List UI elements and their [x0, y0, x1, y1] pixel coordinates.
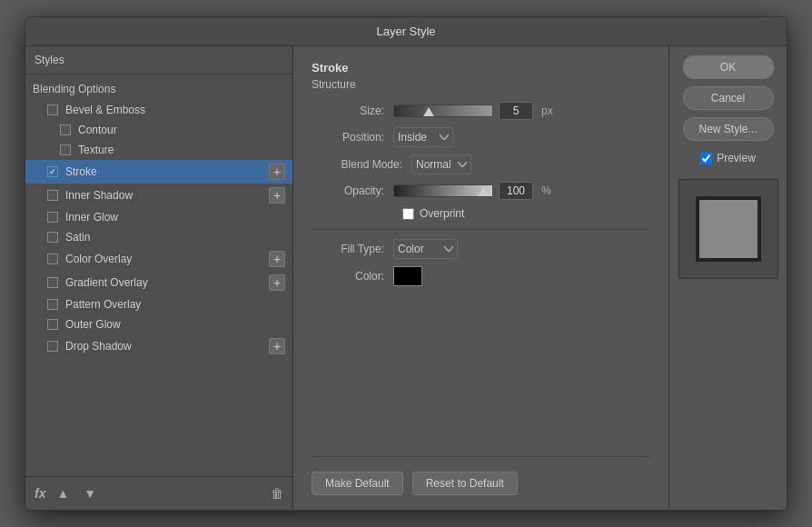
fx-label: fx	[35, 486, 45, 501]
contour-checkbox[interactable]	[60, 124, 71, 135]
overprint-checkbox[interactable]	[402, 208, 414, 220]
outer-glow-checkbox[interactable]	[47, 319, 58, 330]
preview-label: Preview	[717, 152, 756, 164]
make-default-button[interactable]: Make Default	[312, 472, 403, 495]
texture-checkbox[interactable]	[60, 144, 71, 155]
layer-list: Blending Options Bevel & Emboss Contour …	[25, 75, 292, 476]
stroke-add-button[interactable]: +	[269, 164, 285, 180]
blend-mode-select[interactable]: Normal Multiply Screen Overlay	[411, 154, 471, 174]
inner-shadow-checkbox[interactable]	[47, 190, 58, 201]
gradient-overlay-label: Gradient Overlay	[65, 276, 148, 289]
size-unit: px	[541, 104, 553, 117]
delete-button[interactable]: 🗑	[271, 486, 283, 501]
sidebar-item-stroke[interactable]: Stroke +	[25, 160, 292, 184]
size-input[interactable]	[499, 102, 533, 120]
cancel-button[interactable]: Cancel	[683, 86, 774, 110]
footer-buttons: Make Default Reset to Default	[312, 456, 650, 495]
sidebar-item-gradient-overlay[interactable]: Gradient Overlay +	[25, 271, 292, 294]
sidebar-item-drop-shadow[interactable]: Drop Shadow +	[25, 334, 292, 358]
inner-glow-label: Inner Glow	[65, 211, 118, 224]
sidebar-item-inner-shadow[interactable]: Inner Shadow +	[25, 184, 292, 207]
position-row: Position: Inside Outside Center	[312, 127, 650, 147]
bevel-emboss-checkbox[interactable]	[47, 104, 58, 115]
size-slider-thumb[interactable]	[423, 107, 434, 116]
new-style-button[interactable]: New Style...	[683, 117, 774, 141]
sidebar-item-texture[interactable]: Texture	[25, 140, 292, 160]
preview-box	[678, 179, 778, 279]
styles-header: Styles	[25, 46, 292, 75]
color-swatch[interactable]	[393, 266, 422, 286]
size-slider-container: px	[393, 102, 553, 120]
size-row: Size: px	[312, 102, 650, 120]
stroke-label: Stroke	[65, 165, 97, 178]
opacity-input[interactable]	[499, 182, 533, 200]
pattern-overlay-checkbox[interactable]	[47, 299, 58, 310]
color-label: Color:	[312, 270, 393, 283]
section-title-stroke: Stroke	[312, 61, 650, 75]
layer-style-dialog: Layer Style Styles Blending Options Beve…	[25, 16, 787, 511]
opacity-label: Opacity:	[312, 184, 393, 197]
preview-inner	[696, 196, 761, 262]
opacity-slider-thumb[interactable]	[478, 187, 489, 196]
dialog-title: Layer Style	[376, 25, 435, 38]
color-overlay-label: Color Overlay	[65, 253, 132, 265]
overprint-row: Overprint	[312, 207, 650, 220]
size-label: Size:	[312, 104, 393, 117]
dialog-body: Styles Blending Options Bevel & Emboss C…	[25, 46, 787, 510]
fill-type-row: Fill Type: Color Gradient Pattern	[312, 229, 650, 259]
drop-shadow-checkbox[interactable]	[47, 341, 58, 352]
sidebar-item-outer-glow[interactable]: Outer Glow	[25, 314, 292, 334]
opacity-row: Opacity: %	[312, 182, 650, 200]
overprint-label: Overprint	[420, 207, 464, 220]
opacity-slider-container: %	[393, 182, 551, 200]
contour-label: Contour	[78, 124, 117, 136]
inner-glow-checkbox[interactable]	[47, 212, 58, 223]
size-slider[interactable]	[393, 104, 493, 117]
drop-shadow-label: Drop Shadow	[65, 340, 132, 353]
outer-glow-label: Outer Glow	[65, 318, 121, 331]
sidebar-item-blending-options[interactable]: Blending Options	[25, 78, 292, 100]
bevel-emboss-label: Bevel & Emboss	[65, 104, 145, 116]
satin-checkbox[interactable]	[47, 232, 58, 243]
section-subtitle: Structure	[312, 78, 650, 91]
sidebar-item-color-overlay[interactable]: Color Overlay +	[25, 247, 292, 271]
preview-checkbox[interactable]	[700, 153, 712, 164]
position-select[interactable]: Inside Outside Center	[393, 127, 453, 147]
color-row: Color:	[312, 266, 650, 286]
position-label: Position:	[312, 131, 393, 144]
main-panel: Stroke Structure Size: px Position: Ins	[293, 46, 668, 510]
stroke-checkbox[interactable]	[47, 166, 58, 177]
texture-label: Texture	[78, 144, 114, 156]
fill-type-label: Fill Type:	[312, 243, 393, 255]
preview-check-row: Preview	[700, 152, 756, 164]
blend-mode-row: Blend Mode: Normal Multiply Screen Overl…	[312, 154, 650, 174]
left-panel: Styles Blending Options Bevel & Emboss C…	[25, 46, 293, 510]
pattern-overlay-label: Pattern Overlay	[65, 298, 141, 311]
sidebar-item-inner-glow[interactable]: Inner Glow	[25, 207, 292, 227]
color-overlay-add-button[interactable]: +	[269, 251, 285, 267]
title-bar: Layer Style	[25, 17, 787, 46]
blend-mode-label: Blend Mode:	[312, 158, 411, 171]
move-down-button[interactable]: ▼	[80, 484, 100, 502]
move-up-button[interactable]: ▲	[53, 484, 73, 502]
drop-shadow-add-button[interactable]: +	[269, 338, 285, 354]
color-overlay-checkbox[interactable]	[47, 254, 58, 264]
blending-options-label: Blending Options	[33, 83, 115, 95]
opacity-slider[interactable]	[393, 184, 493, 197]
fill-type-select[interactable]: Color Gradient Pattern	[393, 239, 458, 259]
gradient-overlay-add-button[interactable]: +	[269, 274, 285, 291]
sidebar-item-satin[interactable]: Satin	[25, 227, 292, 247]
opacity-unit: %	[541, 184, 551, 197]
inner-shadow-add-button[interactable]: +	[269, 187, 285, 204]
left-footer: fx ▲ ▼ 🗑	[25, 476, 292, 510]
sidebar-item-pattern-overlay[interactable]: Pattern Overlay	[25, 294, 292, 314]
right-panel: OK Cancel New Style... Preview	[668, 46, 787, 510]
ok-button[interactable]: OK	[683, 55, 774, 79]
reset-to-default-button[interactable]: Reset to Default	[412, 472, 518, 495]
satin-label: Satin	[65, 231, 90, 244]
sidebar-item-bevel-emboss[interactable]: Bevel & Emboss	[25, 100, 292, 120]
inner-shadow-label: Inner Shadow	[65, 189, 133, 202]
sidebar-item-contour[interactable]: Contour	[25, 120, 292, 140]
gradient-overlay-checkbox[interactable]	[47, 277, 58, 288]
